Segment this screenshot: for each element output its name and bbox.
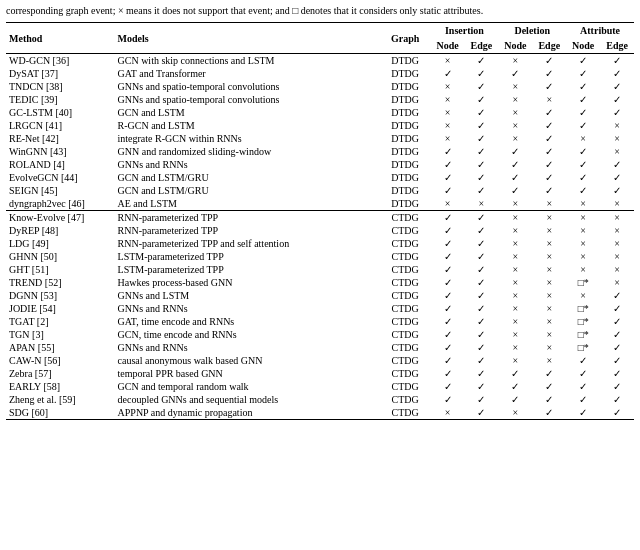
mark-cell: × bbox=[600, 237, 634, 250]
mark-cell: × bbox=[498, 289, 532, 302]
table-row: Zheng et al. [59]decoupled GNNs and sequ… bbox=[6, 393, 634, 406]
model-cell: decoupled GNNs and sequential models bbox=[115, 393, 380, 406]
mark-cell: ✓ bbox=[532, 171, 566, 184]
mark-cell: × bbox=[431, 80, 465, 93]
mark-cell: ✓ bbox=[465, 237, 499, 250]
mark-cell: ✓ bbox=[465, 184, 499, 197]
mark-cell: × bbox=[431, 406, 465, 420]
method-cell: JODIE [54] bbox=[6, 302, 115, 315]
method-cell: TEDIC [39] bbox=[6, 93, 115, 106]
method-cell: DySAT [37] bbox=[6, 67, 115, 80]
mark-cell: × bbox=[498, 80, 532, 93]
mark-cell: ✓ bbox=[600, 354, 634, 367]
table-row: SEIGN [45]GCN and LSTM/GRUDTDG✓✓✓✓✓✓ bbox=[6, 184, 634, 197]
mark-cell: ✓ bbox=[465, 67, 499, 80]
mark-cell: × bbox=[498, 250, 532, 263]
graph-cell: DTDG bbox=[380, 184, 431, 197]
mark-cell: ✓ bbox=[431, 171, 465, 184]
mark-cell: × bbox=[532, 224, 566, 237]
mark-cell: ✓ bbox=[566, 380, 600, 393]
mark-cell: × bbox=[600, 119, 634, 132]
graph-cell: DTDG bbox=[380, 106, 431, 119]
graph-cell: DTDG bbox=[380, 67, 431, 80]
model-cell: GAT, time encode and RNNs bbox=[115, 315, 380, 328]
table-row: CAW-N [56]causal anonymous walk based GN… bbox=[6, 354, 634, 367]
table-row: DyREP [48]RNN-parameterized TPPCTDG✓✓×××… bbox=[6, 224, 634, 237]
mark-cell: ✓ bbox=[431, 250, 465, 263]
mark-cell: ✓ bbox=[431, 341, 465, 354]
method-cell: WinGNN [43] bbox=[6, 145, 115, 158]
mark-cell: × bbox=[498, 54, 532, 68]
table-row: LDG [49]RNN-parameterized TPP and self a… bbox=[6, 237, 634, 250]
mark-cell: × bbox=[600, 250, 634, 263]
comparison-table: Method Models Graph Insertion Deletion A… bbox=[6, 22, 634, 420]
table-header-row-1: Method Models Graph Insertion Deletion A… bbox=[6, 23, 634, 39]
models-header: Models bbox=[115, 23, 380, 54]
mark-cell: ✓ bbox=[431, 302, 465, 315]
graph-cell: CTDG bbox=[380, 250, 431, 263]
method-cell: GHNN [50] bbox=[6, 250, 115, 263]
mark-cell: × bbox=[566, 237, 600, 250]
mark-cell: × bbox=[431, 106, 465, 119]
mark-cell: × bbox=[498, 341, 532, 354]
mark-cell: ✓ bbox=[431, 211, 465, 225]
model-cell: RNN-parameterized TPP bbox=[115, 211, 380, 225]
mark-cell: × bbox=[600, 263, 634, 276]
method-cell: TNDCN [38] bbox=[6, 80, 115, 93]
mark-cell: × bbox=[600, 224, 634, 237]
mark-cell: × bbox=[600, 211, 634, 225]
graph-cell: CTDG bbox=[380, 315, 431, 328]
mark-cell: ✓ bbox=[465, 250, 499, 263]
model-cell: GCN and LSTM bbox=[115, 106, 380, 119]
mark-cell: ✓ bbox=[465, 263, 499, 276]
mark-cell: ✓ bbox=[600, 315, 634, 328]
table-row: EvolveGCN [44]GCN and LSTM/GRUDTDG✓✓✓✓✓✓ bbox=[6, 171, 634, 184]
mark-cell: ✓ bbox=[566, 354, 600, 367]
mark-cell: ✓ bbox=[465, 224, 499, 237]
graph-cell: CTDG bbox=[380, 263, 431, 276]
mark-cell: ✓ bbox=[532, 119, 566, 132]
mark-cell: ✓ bbox=[600, 289, 634, 302]
mark-cell: ✓ bbox=[566, 158, 600, 171]
mark-cell: ✓ bbox=[465, 145, 499, 158]
model-cell: temporal PPR based GNN bbox=[115, 367, 380, 380]
mark-cell: ✓ bbox=[600, 302, 634, 315]
graph-cell: DTDG bbox=[380, 158, 431, 171]
graph-cell: DTDG bbox=[380, 171, 431, 184]
model-cell: LSTM-parameterized TPP bbox=[115, 263, 380, 276]
model-cell: GNNs and RNNs bbox=[115, 302, 380, 315]
graph-cell: CTDG bbox=[380, 289, 431, 302]
mark-cell: ✓ bbox=[465, 406, 499, 420]
mark-cell: □* bbox=[566, 341, 600, 354]
mark-cell: ✓ bbox=[566, 406, 600, 420]
mark-cell: ✓ bbox=[465, 302, 499, 315]
mark-cell: ✓ bbox=[532, 406, 566, 420]
graph-cell: DTDG bbox=[380, 80, 431, 93]
mark-cell: ✓ bbox=[498, 67, 532, 80]
mark-cell: ✓ bbox=[465, 393, 499, 406]
mark-cell: ✓ bbox=[566, 54, 600, 68]
mark-cell: ✓ bbox=[465, 276, 499, 289]
graph-cell: CTDG bbox=[380, 237, 431, 250]
mark-cell: ✓ bbox=[465, 315, 499, 328]
table-row: dyngraph2vec [46]AE and LSTMDTDG×××××× bbox=[6, 197, 634, 211]
ins-edge-header: Edge bbox=[465, 38, 499, 54]
mark-cell: × bbox=[431, 54, 465, 68]
model-cell: Hawkes process-based GNN bbox=[115, 276, 380, 289]
mark-cell: × bbox=[431, 93, 465, 106]
model-cell: GNNs and spatio-temporal convolutions bbox=[115, 80, 380, 93]
model-cell: RNN-parameterized TPP bbox=[115, 224, 380, 237]
mark-cell: ✓ bbox=[566, 367, 600, 380]
mark-cell: × bbox=[431, 197, 465, 211]
mark-cell: × bbox=[431, 119, 465, 132]
mark-cell: ✓ bbox=[431, 263, 465, 276]
model-cell: GCN and LSTM/GRU bbox=[115, 171, 380, 184]
mark-cell: □* bbox=[566, 315, 600, 328]
model-cell: GNNs and spatio-temporal convolutions bbox=[115, 93, 380, 106]
mark-cell: □* bbox=[566, 328, 600, 341]
table-row: DGNN [53]GNNs and LSTMCTDG✓✓×××✓ bbox=[6, 289, 634, 302]
mark-cell: × bbox=[532, 263, 566, 276]
mark-cell: ✓ bbox=[532, 67, 566, 80]
mark-cell: ✓ bbox=[465, 171, 499, 184]
mark-cell: × bbox=[431, 132, 465, 145]
